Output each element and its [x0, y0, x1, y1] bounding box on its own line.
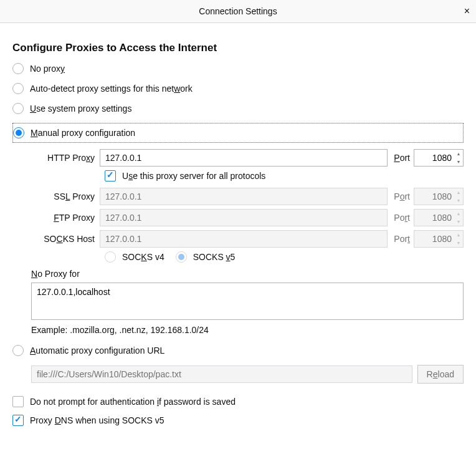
dialog-title: Connection Settings — [199, 6, 277, 16]
label-ftp-port: Port — [394, 213, 410, 223]
ssl-port-spinner: ▲▼ — [454, 188, 463, 205]
checkbox-use-all-protocols[interactable] — [105, 170, 116, 181]
label-auto-config-url: Automatic proxy configuration URL — [30, 346, 164, 355]
radio-auto-config-url[interactable] — [12, 345, 24, 356]
row-socks-version: SOCKS v4 SOCKS v5 — [105, 251, 464, 263]
close-icon[interactable]: × — [464, 6, 470, 16]
label-proxy-dns: Proxy DNS when using SOCKS v5 — [30, 415, 164, 425]
no-proxy-example: Example: .mozilla.org, .net.nz, 192.168.… — [31, 325, 464, 335]
row-socks-host: SOCKS Host Port ▲▼ — [31, 230, 464, 248]
row-use-all-protocols: Use this proxy server for all protocols — [105, 170, 464, 181]
label-system-proxy: Use system proxy settings — [30, 104, 131, 114]
spinner-up-icon: ▲ — [454, 188, 463, 196]
ssl-proxy-input — [100, 188, 388, 205]
checkbox-proxy-dns[interactable] — [12, 415, 24, 426]
option-socks-v5[interactable]: SOCKS v5 — [176, 251, 236, 263]
row-ssl-proxy: SSL Proxy Port ▲▼ — [31, 188, 464, 205]
label-http-port: Port — [394, 153, 410, 163]
radio-no-proxy[interactable] — [12, 63, 24, 74]
label-no-auth-prompt: Do not prompt for authentication if pass… — [30, 397, 236, 407]
pac-url-input — [31, 365, 412, 383]
radio-system-proxy[interactable] — [12, 103, 24, 114]
row-pac-url: Reload — [31, 365, 464, 384]
option-manual-proxy-focus: Manual proxy configuration — [12, 123, 464, 143]
spinner-up-icon: ▲ — [454, 210, 463, 218]
row-proxy-dns: Proxy DNS when using SOCKS v5 — [12, 415, 464, 426]
label-ssl-port: Port — [394, 191, 410, 201]
option-socks-v4[interactable]: SOCKS v4 — [105, 251, 164, 263]
option-no-proxy[interactable]: No proxy — [12, 63, 464, 74]
label-socks-v4: SOCKS v4 — [122, 252, 164, 262]
spinner-up-icon[interactable]: ▲ — [454, 150, 463, 158]
socks-host-input — [100, 230, 388, 248]
row-ftp-proxy: FTP Proxy Port ▲▼ — [31, 209, 464, 226]
spinner-down-icon[interactable]: ▼ — [454, 158, 463, 166]
spinner-down-icon: ▼ — [454, 196, 463, 205]
option-auto-config-url[interactable]: Automatic proxy configuration URL — [12, 345, 464, 356]
label-manual-proxy: Manual proxy configuration — [31, 128, 135, 138]
option-manual-proxy[interactable]: Manual proxy configuration — [13, 127, 460, 138]
label-ftp-proxy: FTP Proxy — [31, 213, 100, 223]
spinner-down-icon: ▼ — [454, 218, 463, 226]
option-system-proxy[interactable]: Use system proxy settings — [12, 103, 464, 114]
http-proxy-input[interactable] — [100, 149, 388, 167]
dialog-content: Configure Proxies to Access the Internet… — [0, 23, 476, 426]
checkbox-no-auth-prompt[interactable] — [12, 396, 24, 407]
radio-socks-v5[interactable] — [176, 251, 187, 263]
manual-proxy-fields: HTTP Proxy Port ▲▼ Use this proxy server… — [31, 149, 464, 263]
radio-auto-detect[interactable] — [12, 83, 24, 94]
label-http-proxy: HTTP Proxy — [31, 153, 100, 163]
label-auto-detect: Auto-detect proxy settings for this netw… — [30, 84, 193, 94]
spinner-up-icon: ▲ — [454, 231, 463, 239]
label-no-proxy-for: No Proxy for — [31, 269, 464, 279]
label-use-all-protocols: Use this proxy server for all protocols — [122, 171, 265, 181]
http-port-spinner[interactable]: ▲▼ — [454, 150, 463, 166]
label-ssl-proxy: SSL Proxy — [31, 191, 100, 201]
row-http-proxy: HTTP Proxy Port ▲▼ — [31, 149, 464, 167]
label-no-proxy: No proxy — [30, 64, 65, 74]
ftp-proxy-input — [100, 209, 388, 226]
dialog-header: Connection Settings × — [0, 0, 476, 23]
radio-manual-proxy[interactable] — [13, 127, 24, 138]
ftp-port-spinner: ▲▼ — [454, 210, 463, 226]
bottom-checkboxes: Do not prompt for authentication if pass… — [12, 396, 464, 426]
socks-port-spinner: ▲▼ — [454, 231, 463, 247]
spinner-down-icon: ▼ — [454, 239, 463, 247]
section-title: Configure Proxies to Access the Internet — [12, 42, 464, 54]
label-socks-port: Port — [394, 234, 410, 244]
label-socks-v5: SOCKS v5 — [193, 252, 236, 262]
reload-button: Reload — [417, 365, 464, 384]
label-socks-host: SOCKS Host — [31, 234, 100, 244]
radio-socks-v4[interactable] — [105, 251, 116, 263]
option-auto-detect[interactable]: Auto-detect proxy settings for this netw… — [12, 83, 464, 94]
no-proxy-for-textarea[interactable] — [31, 283, 464, 320]
row-no-auth-prompt: Do not prompt for authentication if pass… — [12, 396, 464, 407]
